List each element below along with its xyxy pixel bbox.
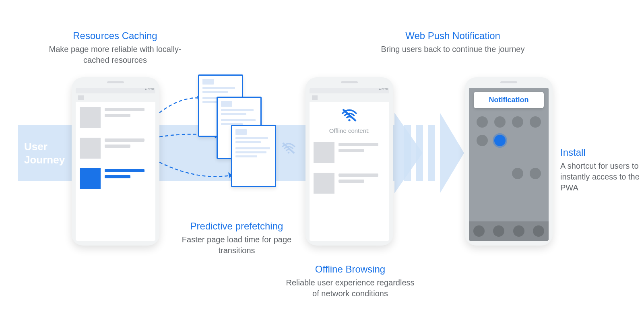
- status-bar: [76, 88, 155, 93]
- app-icon: [530, 116, 541, 128]
- dock-icon: [493, 225, 504, 237]
- flow-dash-2: [416, 125, 423, 181]
- wifi-off-icon: [310, 108, 389, 124]
- push-title: Web Push Notification: [380, 30, 525, 41]
- prefetch-title: Predictive prefetching: [168, 221, 305, 232]
- prefetch-arrow-3: [158, 159, 236, 187]
- caching-desc: Make page more reliable with locally-cac…: [43, 44, 188, 66]
- app-icon: [512, 116, 523, 128]
- home-icon-grid: [469, 112, 549, 183]
- caching-title: Resources Caching: [43, 30, 188, 41]
- prefetch-label: Predictive prefetching Faster page load …: [168, 221, 305, 256]
- dock-icon: [473, 225, 485, 237]
- dock-icon: [533, 225, 544, 237]
- list-item: [76, 102, 155, 133]
- toolbar: [76, 93, 155, 102]
- app-icon: [530, 168, 541, 179]
- notification-card: Notification: [474, 92, 544, 108]
- flow-dash-3: [428, 125, 435, 181]
- prefetched-doc: [231, 125, 276, 187]
- install-label: Install A shortcut for users to instantl…: [560, 147, 641, 193]
- app-icon: [494, 116, 506, 128]
- push-label: Web Push Notification Bring users back t…: [380, 30, 525, 55]
- wifi-off-icon: [281, 142, 296, 158]
- pwa-install-icon: [494, 135, 506, 146]
- dock: [469, 221, 549, 241]
- caching-label: Resources Caching Make page more reliabl…: [43, 30, 188, 66]
- offline-label: Offline Browsing Reliable user experienc…: [284, 264, 417, 299]
- toolbar: [310, 93, 389, 102]
- phone-caching: [72, 77, 159, 246]
- list-item: [310, 168, 389, 198]
- list-item: [76, 133, 155, 163]
- user-journey-label: User Journey: [24, 140, 65, 166]
- dock-icon: [513, 225, 524, 237]
- push-desc: Bring users back to continue the journey: [380, 44, 525, 55]
- pwa-user-journey-diagram: User Journey Resources Caching Make page…: [0, 0, 644, 316]
- app-icon: [477, 116, 488, 128]
- offline-content-label: Offline content:: [310, 127, 389, 134]
- app-icon: [477, 135, 488, 146]
- offline-title: Offline Browsing: [284, 264, 417, 275]
- phone-offline: Offline content:: [305, 77, 393, 246]
- install-title: Install: [560, 147, 641, 158]
- phone-homescreen: Notification: [465, 77, 553, 246]
- prefetch-desc: Faster page load time for page transitio…: [168, 234, 305, 256]
- svg-point-0: [288, 152, 290, 154]
- flow-dash-1: [404, 125, 411, 181]
- offline-desc: Reliable user experience regardless of n…: [284, 277, 417, 299]
- svg-point-5: [348, 119, 350, 121]
- install-desc: A shortcut for users to instantly access…: [560, 161, 641, 193]
- list-item-selected: [76, 163, 155, 194]
- status-bar: [310, 88, 389, 93]
- app-icon: [512, 168, 523, 179]
- flow-arrow-head: [440, 113, 464, 193]
- list-item: [310, 137, 389, 168]
